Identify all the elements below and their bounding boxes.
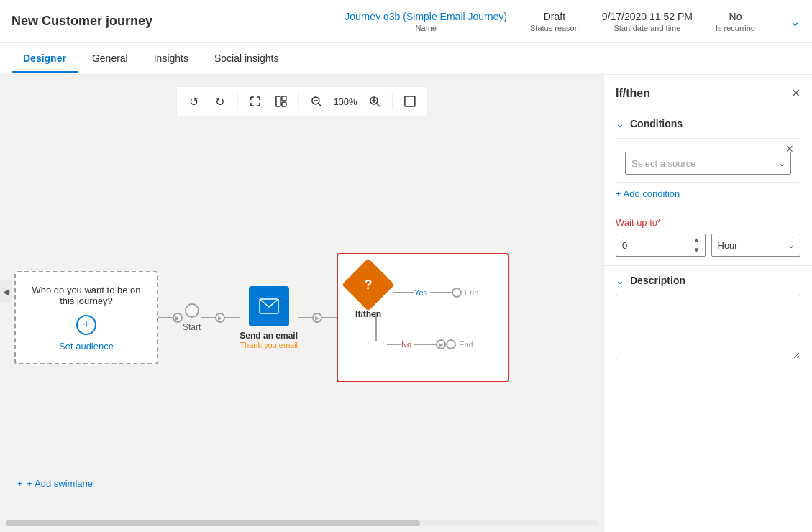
toolbar-separator-3 [392,93,393,110]
start-node: Start [183,303,201,332]
start-datetime-value[interactable]: 9/17/2020 11:52 PM [602,11,693,22]
journey-name-value[interactable]: Journey q3b (Simple Email Journey) [345,11,507,22]
line-3 [225,317,240,318]
flow-area: Who do you want to be on this journey? +… [14,132,589,503]
start-circle [185,303,199,318]
set-audience-link[interactable]: Set audience [59,341,114,352]
conditions-section-header[interactable]: ⌄ Conditions [616,118,800,129]
line-1 [158,317,173,318]
wait-unit-select[interactable]: Minute Hour Day Week [711,234,801,257]
header-chevron-icon[interactable]: ⌄ [790,14,800,29]
yes-line [393,292,414,293]
svg-line-5 [318,104,321,106]
spinner-up-button[interactable]: ▲ [690,235,704,245]
connector-1: ▶ [158,313,183,323]
tab-insights[interactable]: Insights [142,45,200,73]
arrow-2: ▶ [215,313,225,323]
canvas-scrollbar-thumb [6,520,420,526]
conditions-chevron-icon: ⌄ [616,118,624,129]
yes-line-2 [430,292,452,293]
diamond-wrapper: ? If/then [350,266,387,319]
conditions-section: ⌄ Conditions ✕ Select a source ⌄ + Add c… [604,109,812,208]
svg-line-9 [377,104,380,106]
connector-2: ▶ [201,313,240,323]
description-chevron-icon: ⌄ [616,275,624,286]
yes-label: Yes [414,288,427,297]
svg-rect-10 [405,96,415,106]
is-recurring-value[interactable]: No [729,11,742,22]
main-layout: ↺ ↻ 100% Who [0,75,812,532]
no-end-circle [446,339,456,349]
toolbar-separator-1 [237,93,237,110]
header-field-name: Journey q3b (Simple Email Journey) Name [345,11,507,32]
toolbar-separator-2 [298,93,298,110]
description-section-title: Description [630,275,685,286]
ifthen-container[interactable]: ? If/then Yes End [337,253,509,382]
svg-rect-0 [275,96,280,106]
audience-box[interactable]: Who do you want to be on this journey? +… [14,271,158,364]
fit-button[interactable] [398,90,421,113]
add-audience-button[interactable]: + [76,315,96,335]
header-field-status: Draft Status reason [530,11,579,32]
email-node[interactable]: Send an email Thank you email [240,286,298,349]
right-panel: If/then ✕ ⌄ Conditions ✕ Select a source… [603,75,812,532]
conditions-section-title: Conditions [630,118,683,129]
email-sublabel: Thank you email [240,341,298,349]
line-4 [298,317,312,318]
ifthen-label: If/then [355,309,381,319]
no-vertical-line [375,312,377,341]
start-datetime-label: Start date and time [613,24,680,32]
tab-designer[interactable]: Designer [12,45,78,73]
svg-rect-1 [281,96,286,101]
expand-button[interactable] [243,90,266,113]
spinner-arrows: ▲ ▼ [690,234,704,257]
description-textarea[interactable] [616,295,800,359]
add-condition-button[interactable]: + Add condition [616,188,800,199]
wait-label: Wait up to* [616,217,800,228]
add-swimlane-label: + Add swimlane [27,478,93,489]
no-end-label: End [459,340,473,349]
add-swimlane-button[interactable]: + + Add swimlane [17,478,93,489]
header-field-datetime: 9/17/2020 11:52 PM Start date and time [602,11,693,32]
wait-inputs: ▲ ▼ Minute Hour Day Week ⌄ [616,234,800,257]
connector-3: ▶ [298,313,337,323]
yes-end-circle [452,288,462,298]
spinner-down-button[interactable]: ▼ [690,245,704,255]
yes-end-label: End [465,288,479,297]
journey-name-label: Name [415,24,436,32]
is-recurring-label: Is recurring [716,24,755,32]
select-source-wrapper: Select a source ⌄ [625,152,791,175]
yes-branch: Yes End [393,288,496,298]
canvas-area: ↺ ↻ 100% Who [0,75,603,532]
wait-unit-wrapper: Minute Hour Day Week ⌄ [711,234,801,257]
panel-close-button[interactable]: ✕ [791,86,800,100]
line-5 [322,317,337,318]
undo-button[interactable]: ↺ [182,90,205,113]
tab-bar: Designer General Insights Social insight… [0,43,812,75]
email-label: Send an email [240,331,298,341]
description-section: ⌄ Description [604,265,812,370]
status-reason-value[interactable]: Draft [544,11,565,22]
diamond-question-icon: ? [365,278,373,293]
tab-general[interactable]: General [81,45,140,73]
select-source-dropdown[interactable]: Select a source [625,152,791,175]
condition-card: ✕ Select a source ⌄ [616,138,800,183]
zoom-in-button[interactable] [363,90,386,113]
layout-button[interactable] [269,90,292,113]
no-label: No [401,340,411,349]
diamond-icon: ? [342,258,395,311]
app-title: New Customer journey [12,14,152,29]
panel-header: If/then ✕ [604,75,812,109]
no-arrow: ▶ [436,339,446,349]
top-header: New Customer journey Journey q3b (Simple… [0,0,812,43]
tab-social-insights[interactable]: Social insights [203,45,291,73]
header-field-recurring: No Is recurring [716,11,755,32]
wait-section: Wait up to* ▲ ▼ Minute Hour Day Week [604,208,812,265]
redo-button[interactable]: ↻ [208,90,231,113]
zoom-level: 100% [330,96,360,107]
canvas-scrollbar[interactable] [6,520,598,526]
description-section-header[interactable]: ⌄ Description [616,275,800,286]
left-nav-arrow[interactable]: ◀ [0,280,12,303]
line-2 [201,317,215,318]
zoom-out-button[interactable] [304,90,327,113]
